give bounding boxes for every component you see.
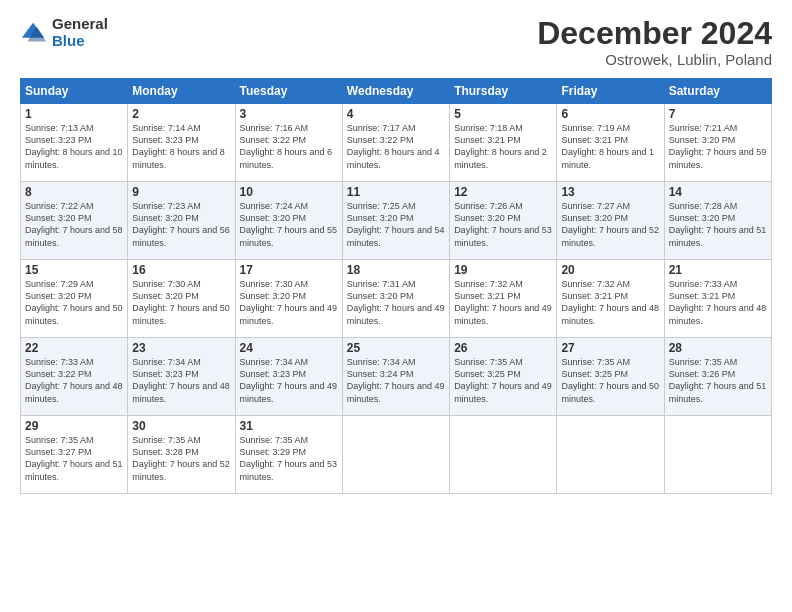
table-row: 25Sunrise: 7:34 AMSunset: 3:24 PMDayligh… <box>342 338 449 416</box>
logo-text: General Blue <box>52 16 108 49</box>
table-row: 29Sunrise: 7:35 AMSunset: 3:27 PMDayligh… <box>21 416 128 494</box>
table-row: 23Sunrise: 7:34 AMSunset: 3:23 PMDayligh… <box>128 338 235 416</box>
logo: General Blue <box>20 16 108 49</box>
page: General Blue December 2024 Ostrowek, Lub… <box>0 0 792 612</box>
table-row: 13Sunrise: 7:27 AMSunset: 3:20 PMDayligh… <box>557 182 664 260</box>
col-monday: Monday <box>128 79 235 104</box>
header: General Blue December 2024 Ostrowek, Lub… <box>20 16 772 68</box>
col-friday: Friday <box>557 79 664 104</box>
table-row: 10Sunrise: 7:24 AMSunset: 3:20 PMDayligh… <box>235 182 342 260</box>
month-title: December 2024 <box>537 16 772 51</box>
table-row <box>342 416 449 494</box>
table-row: 26Sunrise: 7:35 AMSunset: 3:25 PMDayligh… <box>450 338 557 416</box>
logo-blue-text: Blue <box>52 33 108 50</box>
table-row: 8Sunrise: 7:22 AMSunset: 3:20 PMDaylight… <box>21 182 128 260</box>
col-sunday: Sunday <box>21 79 128 104</box>
col-tuesday: Tuesday <box>235 79 342 104</box>
table-row: 4Sunrise: 7:17 AMSunset: 3:22 PMDaylight… <box>342 104 449 182</box>
table-row: 27Sunrise: 7:35 AMSunset: 3:25 PMDayligh… <box>557 338 664 416</box>
title-block: December 2024 Ostrowek, Lublin, Poland <box>537 16 772 68</box>
table-row <box>450 416 557 494</box>
table-row: 17Sunrise: 7:30 AMSunset: 3:20 PMDayligh… <box>235 260 342 338</box>
table-row: 19Sunrise: 7:32 AMSunset: 3:21 PMDayligh… <box>450 260 557 338</box>
table-row <box>557 416 664 494</box>
table-row: 20Sunrise: 7:32 AMSunset: 3:21 PMDayligh… <box>557 260 664 338</box>
col-thursday: Thursday <box>450 79 557 104</box>
calendar-header-row: Sunday Monday Tuesday Wednesday Thursday… <box>21 79 772 104</box>
logo-general-text: General <box>52 16 108 33</box>
table-row: 16Sunrise: 7:30 AMSunset: 3:20 PMDayligh… <box>128 260 235 338</box>
location-subtitle: Ostrowek, Lublin, Poland <box>537 51 772 68</box>
table-row: 1Sunrise: 7:13 AMSunset: 3:23 PMDaylight… <box>21 104 128 182</box>
table-row: 12Sunrise: 7:26 AMSunset: 3:20 PMDayligh… <box>450 182 557 260</box>
calendar-table: Sunday Monday Tuesday Wednesday Thursday… <box>20 78 772 494</box>
table-row: 11Sunrise: 7:25 AMSunset: 3:20 PMDayligh… <box>342 182 449 260</box>
table-row: 22Sunrise: 7:33 AMSunset: 3:22 PMDayligh… <box>21 338 128 416</box>
col-saturday: Saturday <box>664 79 771 104</box>
table-row: 6Sunrise: 7:19 AMSunset: 3:21 PMDaylight… <box>557 104 664 182</box>
table-row: 5Sunrise: 7:18 AMSunset: 3:21 PMDaylight… <box>450 104 557 182</box>
table-row: 18Sunrise: 7:31 AMSunset: 3:20 PMDayligh… <box>342 260 449 338</box>
table-row <box>664 416 771 494</box>
table-row: 7Sunrise: 7:21 AMSunset: 3:20 PMDaylight… <box>664 104 771 182</box>
table-row: 3Sunrise: 7:16 AMSunset: 3:22 PMDaylight… <box>235 104 342 182</box>
table-row: 9Sunrise: 7:23 AMSunset: 3:20 PMDaylight… <box>128 182 235 260</box>
col-wednesday: Wednesday <box>342 79 449 104</box>
table-row: 31Sunrise: 7:35 AMSunset: 3:29 PMDayligh… <box>235 416 342 494</box>
logo-icon <box>20 19 48 47</box>
table-row: 28Sunrise: 7:35 AMSunset: 3:26 PMDayligh… <box>664 338 771 416</box>
table-row: 15Sunrise: 7:29 AMSunset: 3:20 PMDayligh… <box>21 260 128 338</box>
table-row: 30Sunrise: 7:35 AMSunset: 3:28 PMDayligh… <box>128 416 235 494</box>
table-row: 21Sunrise: 7:33 AMSunset: 3:21 PMDayligh… <box>664 260 771 338</box>
table-row: 24Sunrise: 7:34 AMSunset: 3:23 PMDayligh… <box>235 338 342 416</box>
table-row: 14Sunrise: 7:28 AMSunset: 3:20 PMDayligh… <box>664 182 771 260</box>
table-row: 2Sunrise: 7:14 AMSunset: 3:23 PMDaylight… <box>128 104 235 182</box>
